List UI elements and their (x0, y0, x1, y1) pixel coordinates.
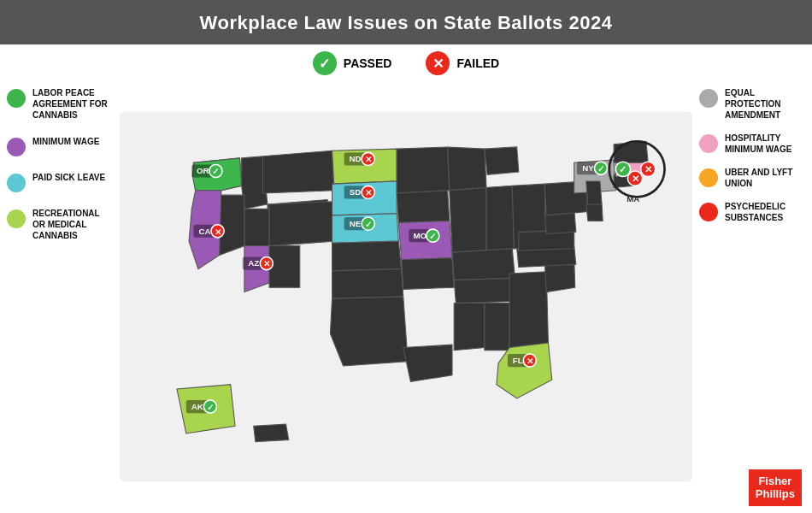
svg-text:✕: ✕ (632, 174, 639, 184)
svg-marker-41 (586, 204, 603, 221)
left-legend-item-minimum-wage: MINIMUM WAGE (7, 136, 99, 156)
svg-text:✓: ✓ (207, 403, 214, 412)
svg-marker-5 (244, 209, 269, 245)
map-container: OR ✓ CA ✕ AZ ✕ AK (120, 79, 692, 513)
left-legend: LABOR PEACE AGREEMENT FOR CANNABIS MINIM… (0, 79, 120, 513)
svg-marker-25 (450, 187, 486, 252)
fisher-phillips-logo: Fisher Phillips (699, 469, 805, 506)
svg-marker-31 (485, 304, 509, 351)
fp-logo-text: Fisher Phillips (749, 469, 802, 506)
svg-text:✓: ✓ (212, 167, 219, 176)
svg-marker-32 (509, 272, 548, 348)
legend-color-labor-peace (7, 89, 26, 108)
legend-label-uber-lyft: UBER AND LYFT UNION (725, 167, 805, 189)
svg-text:✕: ✕ (365, 155, 372, 164)
right-legend-item-equal-protection: EQUAL PROTECTION AMENDMENT (699, 87, 805, 121)
svg-marker-29 (454, 278, 516, 303)
svg-text:✓: ✓ (429, 232, 436, 241)
svg-marker-47 (254, 424, 289, 442)
svg-text:✓: ✓ (597, 164, 604, 174)
svg-marker-22 (448, 147, 486, 191)
legend-label-psychedelic: PSYCHEDELIC SUBSTANCES (725, 201, 805, 223)
us-map: OR ✓ CA ✕ AZ ✕ AK (120, 79, 692, 513)
svg-text:FL: FL (513, 356, 523, 365)
failed-label: FAILED (456, 56, 499, 70)
legend-label-minimum-wage: MINIMUM WAGE (32, 136, 99, 147)
failed-icon: ✕ (426, 51, 450, 75)
svg-marker-19 (402, 258, 455, 290)
svg-text:AZ: AZ (248, 258, 259, 268)
right-legend-item-uber-lyft: UBER AND LYFT UNION (699, 167, 805, 189)
legend-color-uber-lyft (699, 168, 718, 187)
passed-label: PASSED (344, 56, 392, 70)
page-title: Workplace Law Issues on State Ballots 20… (0, 0, 812, 44)
right-legend-item-psychedelic: PSYCHEDELIC SUBSTANCES (699, 201, 805, 223)
svg-text:ND: ND (350, 154, 362, 163)
main-area: LABOR PEACE AGREEMENT FOR CANNABIS MINIM… (0, 79, 812, 513)
left-legend-item-recreational-cannabis: RECREATIONAL OR MEDICAL CANNABIS (7, 208, 113, 241)
right-legend-item-hospitality-min-wage: HOSPITALITY MINIMUM WAGE (699, 133, 805, 155)
left-legend-item-paid-sick-leave: PAID SICK LEAVE (7, 172, 105, 192)
svg-marker-11 (269, 202, 332, 246)
svg-text:OR: OR (197, 166, 209, 175)
legend-color-equal-protection (699, 89, 718, 108)
legend-color-hospitality-min-wage (699, 134, 718, 153)
legend-label-paid-sick-leave: PAID SICK LEAVE (32, 172, 105, 183)
svg-text:✕: ✕ (215, 227, 221, 237)
svg-marker-21 (330, 297, 408, 366)
svg-text:SD: SD (350, 187, 362, 197)
svg-marker-20 (332, 269, 403, 299)
svg-marker-3 (263, 150, 334, 193)
svg-marker-28 (452, 249, 515, 280)
legend-passed: ✓ PASSED (313, 51, 392, 75)
svg-text:✕: ✕ (263, 259, 270, 268)
svg-marker-16 (397, 147, 450, 193)
passed-icon: ✓ (313, 51, 337, 75)
svg-text:✓: ✓ (619, 164, 627, 174)
svg-text:✕: ✕ (644, 164, 652, 174)
svg-marker-30 (454, 304, 485, 351)
svg-marker-23 (485, 147, 519, 174)
legend-color-recreational-cannabis (7, 209, 26, 228)
legend-label-labor-peace: LABOR PEACE AGREEMENT FOR CANNABIS (32, 87, 113, 121)
legend-label-recreational-cannabis: RECREATIONAL OR MEDICAL CANNABIS (32, 208, 113, 241)
legend-color-psychedelic (699, 203, 718, 221)
svg-text:✕: ✕ (527, 357, 533, 366)
svg-text:MA: MA (627, 194, 639, 203)
svg-text:AK: AK (191, 402, 203, 411)
legend-label-hospitality-min-wage: HOSPITALITY MINIMUM WAGE (725, 133, 805, 155)
legend-color-minimum-wage (7, 138, 26, 156)
legend-top: ✓ PASSED ✕ FAILED (0, 44, 812, 79)
legend-label-equal-protection: EQUAL PROTECTION AMENDMENT (725, 87, 805, 121)
legend-color-paid-sick-leave (7, 174, 26, 192)
svg-text:✓: ✓ (365, 220, 372, 229)
svg-text:MO: MO (413, 231, 427, 240)
svg-marker-15 (332, 241, 402, 271)
svg-text:CA: CA (198, 227, 210, 236)
legend-failed: ✕ FAILED (426, 51, 499, 75)
right-legend: EQUAL PROTECTION AMENDMENT HOSPITALITY M… (692, 79, 812, 513)
svg-text:✕: ✕ (365, 188, 372, 198)
svg-text:NY: NY (582, 163, 594, 173)
svg-marker-10 (269, 246, 300, 288)
left-legend-item-labor-peace: LABOR PEACE AGREEMENT FOR CANNABIS (7, 87, 113, 121)
svg-text:NE: NE (350, 219, 362, 228)
svg-marker-45 (403, 345, 452, 381)
svg-marker-40 (586, 181, 602, 206)
svg-marker-17 (397, 191, 450, 223)
svg-marker-44 (614, 141, 648, 162)
svg-marker-26 (486, 186, 514, 251)
